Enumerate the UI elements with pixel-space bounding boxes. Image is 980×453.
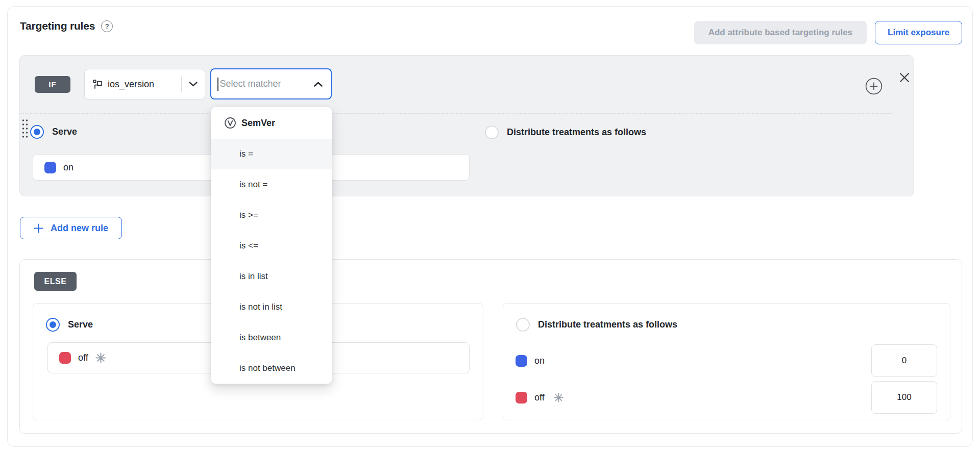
attribute-select[interactable]: ios_version [84,69,205,99]
if-rule-card: IF ios_version Select matcher [19,55,914,196]
matcher-option[interactable]: is between [211,322,332,353]
else-distribute-option-row: Distribute treatments as follows [516,318,677,332]
distribute-label: Distribute treatments as follows [507,127,646,138]
rule-vertical-divider [892,56,892,196]
treatment-swatch-on [516,355,527,367]
else-serve-option-row: Serve [46,318,93,332]
default-treatment-icon [95,353,106,363]
treatment-name: off [534,392,545,403]
close-rule-button[interactable] [898,71,911,84]
radio-dot [34,129,40,135]
dropdown-group-header: SemVer [211,107,332,139]
select-separator [181,77,182,92]
chevron-down-icon[interactable] [189,82,198,87]
serve-label: Serve [52,127,77,137]
serve-option-row: Serve [30,125,77,139]
limit-exposure-button[interactable]: Limit exposure [875,21,962,44]
dropdown-group-label: SemVer [241,118,275,129]
matcher-select[interactable]: Select matcher [210,68,332,99]
add-new-rule-button[interactable]: Add new rule [20,217,122,239]
percent-input-on[interactable] [871,344,937,377]
page-title: Targeting rules [20,20,95,32]
attribute-type-icon [93,80,103,89]
else-serve-label: Serve [68,319,93,330]
distribute-option-row: Distribute treatments as follows [485,125,646,139]
attribute-name: ios_version [108,79,174,90]
drag-handle-icon[interactable] [21,118,29,139]
plus-circle-icon [865,78,883,95]
treatment-swatch-off [59,352,71,364]
treatment-swatch-on [44,162,56,173]
header: Targeting rules ? [20,20,113,32]
semver-icon [224,117,236,129]
chevron-up-icon[interactable] [314,82,323,87]
else-serve-radio[interactable] [46,318,60,332]
serve-radio[interactable] [30,125,44,139]
treatment-name: off [78,353,88,363]
matcher-option[interactable]: is = [211,139,332,169]
if-badge: IF [35,76,70,93]
matcher-option[interactable]: is >= [211,200,332,231]
matcher-option[interactable]: is in list [211,261,332,292]
rule-horizontal-divider [20,113,892,114]
distribute-radio[interactable] [485,125,499,139]
add-new-rule-label: Add new rule [51,223,108,234]
close-icon [898,71,911,84]
add-condition-button[interactable] [865,78,883,95]
toolbar: Add attribute based targeting rules Limi… [694,21,962,44]
distribution-row: on [516,344,937,377]
else-distribute-panel: Distribute treatments as follows on off [503,303,950,420]
matcher-placeholder: Select matcher [220,79,314,89]
text-caret [217,78,218,91]
else-distribute-radio[interactable] [516,318,530,332]
plus-icon [34,223,43,233]
percent-input-off[interactable] [871,381,937,414]
treatment-swatch-off [516,392,527,404]
matcher-option[interactable]: is not between [211,353,332,384]
else-badge: ELSE [34,272,77,291]
else-distribute-label: Distribute treatments as follows [538,319,677,330]
matcher-option[interactable]: is not in list [211,292,332,322]
matcher-option[interactable]: is <= [211,231,332,261]
else-rule-card: ELSE Serve off Distribute treatments as … [19,259,962,434]
default-treatment-icon [554,393,564,402]
distribution-row: off [516,381,937,414]
treatment-name: on [63,162,74,173]
help-icon[interactable]: ? [101,20,113,32]
treatment-name: on [534,356,545,366]
page: { "header": { "title": "Targeting rules"… [0,0,980,453]
targeting-rules-card: Targeting rules ? Add attribute based ta… [7,6,973,447]
matcher-option[interactable]: is not = [211,169,332,200]
matcher-dropdown: SemVer is = is not = is >= is <= is in l… [211,107,332,384]
add-attribute-rules-button[interactable]: Add attribute based targeting rules [694,21,867,44]
